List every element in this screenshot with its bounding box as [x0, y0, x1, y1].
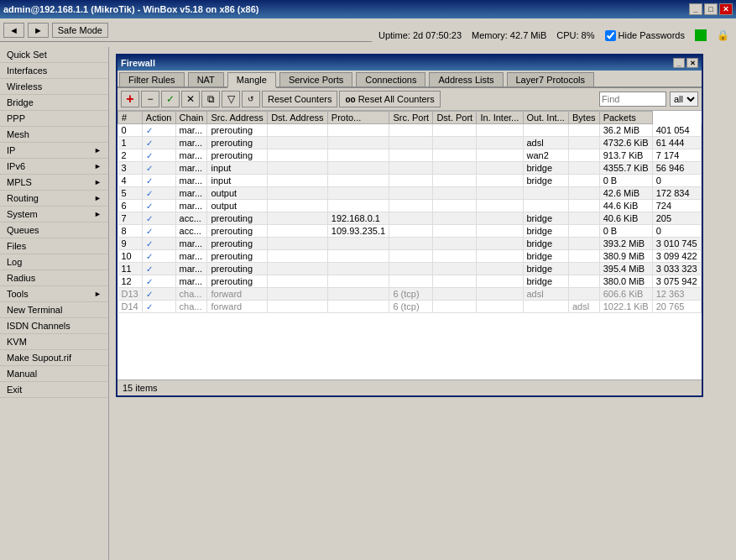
- reset-counters-label: Reset Counters: [268, 94, 331, 104]
- sidebar-item-wireless[interactable]: Wireless: [0, 79, 108, 95]
- row-chain: prerouting: [207, 263, 268, 275]
- table-row[interactable]: 12✓mar...preroutingbridge380.0 MiB3 075 …: [118, 275, 702, 288]
- table-row[interactable]: 9✓mar...preroutingbridge393.2 MiB3 010 7…: [118, 238, 702, 250]
- row-action: mar...: [175, 162, 207, 175]
- row-num: D14: [118, 301, 143, 313]
- row-flag: ✓: [142, 250, 175, 263]
- search-input[interactable]: [599, 92, 666, 107]
- row-sport: [433, 124, 477, 137]
- row-dst: [327, 187, 389, 200]
- hide-passwords-checkbox[interactable]: [605, 30, 616, 41]
- row-packets: 7 174: [652, 149, 701, 162]
- tab-layer7-protocols[interactable]: Layer7 Protocols: [507, 72, 595, 86]
- row-out: [568, 187, 599, 200]
- tab-nat[interactable]: NAT: [188, 72, 224, 86]
- filter-button[interactable]: ▽: [222, 91, 240, 107]
- hide-passwords-check[interactable]: Hide Passwords: [605, 30, 685, 41]
- sidebar-item-ipv6[interactable]: IPv6►: [0, 159, 108, 175]
- table-row[interactable]: 10✓mar...preroutingbridge380.9 MiB3 099 …: [118, 250, 702, 263]
- table-row[interactable]: 3✓mar...inputbridge4355.7 KiB56 946: [118, 162, 702, 175]
- tab-filter-rules[interactable]: Filter Rules: [119, 72, 185, 86]
- sidebar-item-exit[interactable]: Exit: [0, 382, 108, 398]
- table-row[interactable]: 5✓mar...output42.6 MiB172 834: [118, 187, 702, 200]
- table-row[interactable]: 0✓mar...prerouting36.2 MiB401 054: [118, 124, 702, 137]
- tab-service-ports[interactable]: Service Ports: [279, 72, 352, 86]
- fw-table-body: 0✓mar...prerouting36.2 MiB401 0541✓mar..…: [118, 124, 702, 313]
- reset-all-counters-button[interactable]: oo Reset All Counters: [339, 91, 440, 107]
- row-sport: [433, 137, 477, 149]
- sidebar-label: KVM: [7, 337, 27, 347]
- sidebar-label: IP: [7, 145, 15, 155]
- sidebar-item-routing[interactable]: Routing►: [0, 191, 108, 207]
- sidebar-item-tools[interactable]: Tools►: [0, 286, 108, 302]
- row-dport: [477, 275, 523, 288]
- table-row[interactable]: 11✓mar...preroutingbridge395.4 MiB3 033 …: [118, 263, 702, 275]
- row-packets: 401 054: [652, 124, 701, 137]
- tab-mangle[interactable]: Mangle: [227, 72, 276, 88]
- table-row[interactable]: 8✓acc...prerouting109.93.235.1bridge0 B0: [118, 225, 702, 238]
- reset-counters-button[interactable]: Reset Counters: [262, 91, 337, 107]
- sidebar-item-mesh[interactable]: Mesh: [0, 127, 108, 143]
- content-area: Firewall _ ✕ Filter RulesNATMangleServic…: [109, 47, 736, 560]
- minimize-button[interactable]: _: [689, 3, 702, 15]
- maximize-button[interactable]: □: [704, 3, 718, 15]
- back-button[interactable]: ◄: [3, 23, 24, 38]
- row-sport: [433, 263, 477, 275]
- col-bytes: Bytes: [568, 112, 599, 124]
- row-flag: ✓: [142, 263, 175, 275]
- sidebar-item-files[interactable]: Files: [0, 238, 108, 254]
- sidebar-item-kvm[interactable]: KVM: [0, 334, 108, 350]
- sidebar-item-ip[interactable]: IP►: [0, 143, 108, 159]
- enable-rule-button[interactable]: ✓: [161, 91, 180, 107]
- sidebar-item-ppp[interactable]: PPP: [0, 111, 108, 127]
- sidebar-item-bridge[interactable]: Bridge: [0, 95, 108, 111]
- sidebar-label: Bridge: [7, 97, 34, 107]
- sidebar-label: Log: [7, 257, 22, 267]
- sidebar-item-log[interactable]: Log: [0, 254, 108, 270]
- row-bytes: 44.6 KiB: [599, 200, 652, 212]
- col-src--port: Src. Port: [389, 112, 433, 124]
- table-row[interactable]: 7✓acc...prerouting192.168.0.1bridge40.6 …: [118, 212, 702, 225]
- table-row[interactable]: D13✓cha...forward6 (tcp)adsl606.6 KiB12 …: [118, 288, 702, 301]
- row-flag: ✓: [142, 124, 175, 137]
- table-row[interactable]: D14✓cha...forward6 (tcp)adsl1022.1 KiB20…: [118, 301, 702, 313]
- row-flag: ✓: [142, 301, 175, 313]
- uptime-text: Uptime: 2d 07:50:23: [378, 30, 462, 40]
- copy-rule-button[interactable]: ⧉: [201, 91, 220, 107]
- row-src: [268, 288, 328, 301]
- remove-rule-button[interactable]: −: [141, 91, 159, 107]
- close-button[interactable]: ✕: [719, 3, 733, 15]
- fw-close-button[interactable]: ✕: [686, 58, 698, 68]
- col--: #: [118, 112, 143, 124]
- status-bar: Uptime: 2d 07:50:23 Memory: 42.7 MiB CPU…: [372, 24, 736, 47]
- row-sport: [433, 238, 477, 250]
- table-row[interactable]: 4✓mar...inputbridge0 B0: [118, 175, 702, 187]
- forward-button[interactable]: ►: [28, 23, 49, 38]
- safe-mode-button[interactable]: Safe Mode: [52, 23, 108, 38]
- table-row[interactable]: 1✓mar...preroutingadsl4732.6 KiB61 444: [118, 137, 702, 149]
- disable-rule-button[interactable]: ✕: [181, 91, 200, 107]
- add-rule-button[interactable]: +: [121, 91, 139, 107]
- sidebar-item-isdn-channels[interactable]: ISDN Channels: [0, 318, 108, 334]
- row-dport: [477, 162, 523, 175]
- sidebar-item-system[interactable]: System►: [0, 207, 108, 222]
- row-in: adsl: [523, 288, 568, 301]
- sidebar-item-make-supout.rif[interactable]: Make Supout.rif: [0, 350, 108, 366]
- sidebar-item-queues[interactable]: Queues: [0, 222, 108, 238]
- filter-select[interactable]: all: [670, 92, 698, 107]
- reset-filter-button[interactable]: ↺: [242, 91, 260, 107]
- sidebar-item-mpls[interactable]: MPLS►: [0, 175, 108, 191]
- sidebar-item-manual[interactable]: Manual: [0, 366, 108, 382]
- sidebar-label: IPv6: [7, 161, 25, 171]
- sidebar-item-interfaces[interactable]: Interfaces: [0, 63, 108, 79]
- sidebar-item-new-terminal[interactable]: New Terminal: [0, 302, 108, 318]
- sidebar-item-quick-set[interactable]: Quick Set: [0, 47, 108, 63]
- row-bytes: 395.4 MiB: [599, 263, 652, 275]
- table-row[interactable]: 6✓mar...output44.6 KiB724: [118, 200, 702, 212]
- sidebar-item-radius[interactable]: Radius: [0, 270, 108, 286]
- table-row[interactable]: 2✓mar...preroutingwan2913.7 KiB7 174: [118, 149, 702, 162]
- fw-minimize-button[interactable]: _: [673, 58, 685, 68]
- row-bytes: 1022.1 KiB: [599, 301, 652, 313]
- tab-connections[interactable]: Connections: [356, 72, 425, 86]
- tab-address-lists[interactable]: Address Lists: [429, 72, 503, 86]
